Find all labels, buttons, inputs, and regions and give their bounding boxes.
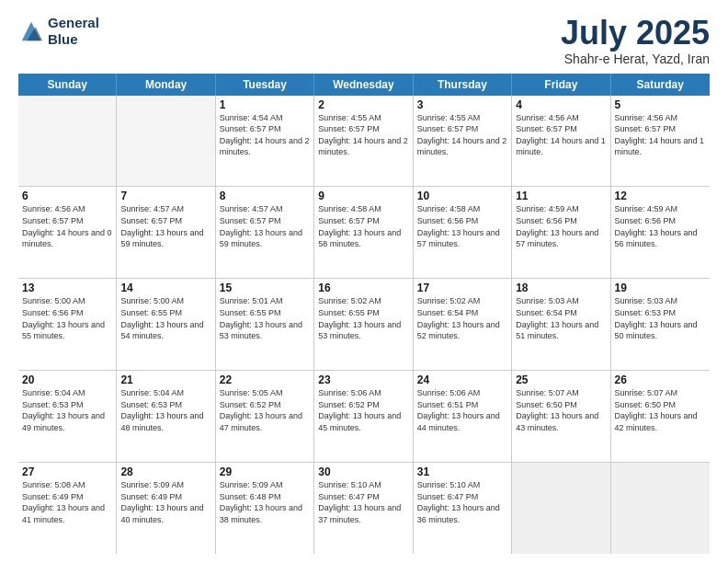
cal-cell: 15Sunrise: 5:01 AM Sunset: 6:55 PM Dayli… <box>216 279 314 370</box>
week-row-1: 1Sunrise: 4:54 AM Sunset: 6:57 PM Daylig… <box>18 96 710 188</box>
cell-info: Sunrise: 4:57 AM Sunset: 6:57 PM Dayligh… <box>220 203 310 249</box>
cal-cell: 31Sunrise: 5:10 AM Sunset: 6:47 PM Dayli… <box>414 463 512 554</box>
cal-cell: 2Sunrise: 4:55 AM Sunset: 6:57 PM Daylig… <box>314 96 413 187</box>
logo-line2: Blue <box>48 31 99 48</box>
cal-cell: 9Sunrise: 4:58 AM Sunset: 6:57 PM Daylig… <box>314 187 413 278</box>
main-title: July 2025 <box>561 15 710 52</box>
header-day-wednesday: Wednesday <box>314 74 413 96</box>
header-day-friday: Friday <box>512 74 610 96</box>
week-row-2: 6Sunrise: 4:56 AM Sunset: 6:57 PM Daylig… <box>18 187 710 279</box>
week-row-5: 27Sunrise: 5:08 AM Sunset: 6:49 PM Dayli… <box>18 463 710 554</box>
day-number: 30 <box>318 465 408 478</box>
day-number: 8 <box>220 190 310 202</box>
cell-info: Sunrise: 5:07 AM Sunset: 6:50 PM Dayligh… <box>516 387 606 433</box>
cal-cell: 10Sunrise: 4:58 AM Sunset: 6:56 PM Dayli… <box>414 187 512 278</box>
day-number: 25 <box>516 373 606 386</box>
logo-icon <box>18 18 44 44</box>
week-row-3: 13Sunrise: 5:00 AM Sunset: 6:56 PM Dayli… <box>18 279 710 371</box>
cell-info: Sunrise: 5:06 AM Sunset: 6:52 PM Dayligh… <box>318 387 408 433</box>
day-number: 14 <box>120 282 210 294</box>
cell-info: Sunrise: 5:03 AM Sunset: 6:53 PM Dayligh… <box>615 295 706 341</box>
day-number: 21 <box>120 373 210 386</box>
day-number: 19 <box>615 282 706 294</box>
day-number: 15 <box>220 282 310 294</box>
day-number: 10 <box>417 190 507 202</box>
page: General Blue July 2025 Shahr-e Herat, Ya… <box>0 0 728 563</box>
cell-info: Sunrise: 4:55 AM Sunset: 6:57 PM Dayligh… <box>318 112 408 158</box>
cell-info: Sunrise: 5:06 AM Sunset: 6:51 PM Dayligh… <box>417 387 507 433</box>
day-number: 26 <box>615 373 706 386</box>
logo-text: General Blue <box>48 15 99 48</box>
day-number: 16 <box>318 282 408 294</box>
cell-info: Sunrise: 5:00 AM Sunset: 6:56 PM Dayligh… <box>22 295 112 341</box>
calendar-header: SundayMondayTuesdayWednesdayThursdayFrid… <box>18 74 710 96</box>
header-day-monday: Monday <box>117 74 215 96</box>
cal-cell: 6Sunrise: 4:56 AM Sunset: 6:57 PM Daylig… <box>18 187 117 278</box>
cell-info: Sunrise: 5:08 AM Sunset: 6:49 PM Dayligh… <box>22 479 112 525</box>
day-number: 5 <box>615 98 706 111</box>
logo-line1: General <box>48 15 99 31</box>
cell-info: Sunrise: 4:59 AM Sunset: 6:56 PM Dayligh… <box>516 203 606 249</box>
day-number: 13 <box>22 282 112 294</box>
cell-info: Sunrise: 4:58 AM Sunset: 6:56 PM Dayligh… <box>417 203 507 249</box>
cell-info: Sunrise: 5:03 AM Sunset: 6:54 PM Dayligh… <box>516 295 606 341</box>
header-day-saturday: Saturday <box>611 74 710 96</box>
day-number: 18 <box>516 282 606 294</box>
day-number: 20 <box>22 373 112 386</box>
cell-info: Sunrise: 5:05 AM Sunset: 6:52 PM Dayligh… <box>220 387 310 433</box>
day-number: 9 <box>318 190 408 202</box>
cell-info: Sunrise: 5:02 AM Sunset: 6:55 PM Dayligh… <box>318 295 408 341</box>
cal-cell: 7Sunrise: 4:57 AM Sunset: 6:57 PM Daylig… <box>117 187 215 278</box>
cal-cell: 25Sunrise: 5:07 AM Sunset: 6:50 PM Dayli… <box>512 371 610 462</box>
cal-cell: 1Sunrise: 4:54 AM Sunset: 6:57 PM Daylig… <box>216 96 314 187</box>
cell-info: Sunrise: 4:56 AM Sunset: 6:57 PM Dayligh… <box>516 112 606 158</box>
cal-cell <box>18 96 117 187</box>
header-day-sunday: Sunday <box>18 74 117 96</box>
cal-cell: 26Sunrise: 5:07 AM Sunset: 6:50 PM Dayli… <box>611 371 710 462</box>
cal-cell: 21Sunrise: 5:04 AM Sunset: 6:53 PM Dayli… <box>117 371 215 462</box>
cell-info: Sunrise: 5:10 AM Sunset: 6:47 PM Dayligh… <box>417 479 507 525</box>
cal-cell: 8Sunrise: 4:57 AM Sunset: 6:57 PM Daylig… <box>216 187 314 278</box>
day-number: 1 <box>220 98 310 111</box>
cell-info: Sunrise: 4:54 AM Sunset: 6:57 PM Dayligh… <box>220 112 310 158</box>
day-number: 22 <box>220 373 310 386</box>
cal-cell: 29Sunrise: 5:09 AM Sunset: 6:48 PM Dayli… <box>216 463 314 554</box>
cell-info: Sunrise: 5:07 AM Sunset: 6:50 PM Dayligh… <box>615 387 706 433</box>
cell-info: Sunrise: 4:56 AM Sunset: 6:57 PM Dayligh… <box>615 112 706 158</box>
day-number: 28 <box>120 465 210 478</box>
header: General Blue July 2025 Shahr-e Herat, Ya… <box>18 15 710 66</box>
cell-info: Sunrise: 5:01 AM Sunset: 6:55 PM Dayligh… <box>220 295 310 341</box>
cal-cell: 30Sunrise: 5:10 AM Sunset: 6:47 PM Dayli… <box>314 463 413 554</box>
cal-cell <box>611 463 710 554</box>
cell-info: Sunrise: 4:58 AM Sunset: 6:57 PM Dayligh… <box>318 203 408 249</box>
cell-info: Sunrise: 4:56 AM Sunset: 6:57 PM Dayligh… <box>22 203 112 249</box>
cal-cell <box>117 96 215 187</box>
day-number: 31 <box>417 465 507 478</box>
cal-cell: 27Sunrise: 5:08 AM Sunset: 6:49 PM Dayli… <box>18 463 117 554</box>
cell-info: Sunrise: 5:02 AM Sunset: 6:54 PM Dayligh… <box>417 295 507 341</box>
cal-cell: 17Sunrise: 5:02 AM Sunset: 6:54 PM Dayli… <box>414 279 512 370</box>
cell-info: Sunrise: 5:09 AM Sunset: 6:48 PM Dayligh… <box>220 479 310 525</box>
subtitle: Shahr-e Herat, Yazd, Iran <box>561 52 710 66</box>
week-row-4: 20Sunrise: 5:04 AM Sunset: 6:53 PM Dayli… <box>18 371 710 463</box>
day-number: 7 <box>120 190 210 202</box>
cal-cell: 13Sunrise: 5:00 AM Sunset: 6:56 PM Dayli… <box>18 279 117 370</box>
cell-info: Sunrise: 4:57 AM Sunset: 6:57 PM Dayligh… <box>120 203 210 249</box>
day-number: 24 <box>417 373 507 386</box>
cal-cell: 4Sunrise: 4:56 AM Sunset: 6:57 PM Daylig… <box>512 96 610 187</box>
cal-cell: 18Sunrise: 5:03 AM Sunset: 6:54 PM Dayli… <box>512 279 610 370</box>
day-number: 2 <box>318 98 408 111</box>
cal-cell: 14Sunrise: 5:00 AM Sunset: 6:55 PM Dayli… <box>117 279 215 370</box>
day-number: 23 <box>318 373 408 386</box>
cal-cell: 12Sunrise: 4:59 AM Sunset: 6:56 PM Dayli… <box>611 187 710 278</box>
day-number: 11 <box>516 190 606 202</box>
cal-cell: 16Sunrise: 5:02 AM Sunset: 6:55 PM Dayli… <box>314 279 413 370</box>
cell-info: Sunrise: 4:59 AM Sunset: 6:56 PM Dayligh… <box>615 203 706 249</box>
cal-cell: 19Sunrise: 5:03 AM Sunset: 6:53 PM Dayli… <box>611 279 710 370</box>
calendar: SundayMondayTuesdayWednesdayThursdayFrid… <box>18 74 710 554</box>
calendar-body: 1Sunrise: 4:54 AM Sunset: 6:57 PM Daylig… <box>18 96 710 554</box>
title-block: July 2025 Shahr-e Herat, Yazd, Iran <box>561 15 710 66</box>
cal-cell: 22Sunrise: 5:05 AM Sunset: 6:52 PM Dayli… <box>216 371 314 462</box>
cell-info: Sunrise: 5:09 AM Sunset: 6:49 PM Dayligh… <box>120 479 210 525</box>
cal-cell: 11Sunrise: 4:59 AM Sunset: 6:56 PM Dayli… <box>512 187 610 278</box>
